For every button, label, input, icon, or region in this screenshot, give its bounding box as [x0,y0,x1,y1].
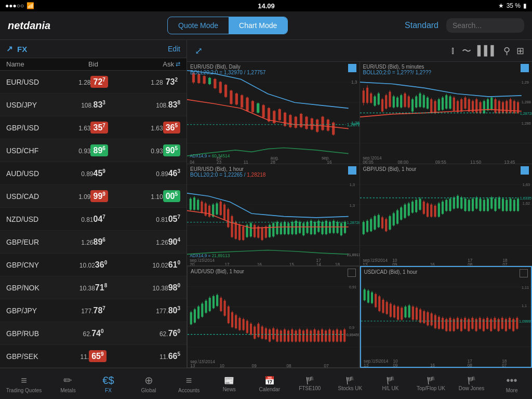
svg-text:1,63: 1,63 [522,182,529,187]
chart-gbpusd-1h[interactable]: GBP/USD (Bid), 1 hour [360,164,533,266]
nav-ftse100[interactable]: 🏴 FTSE100 [291,374,328,394]
header-right: Standard [405,18,524,33]
chart-checkbox-5[interactable] [348,269,356,277]
svg-text:07: 07 [324,363,329,367]
pair-name: GBP/NOK [6,284,64,292]
ask-cell: 0.81 057 [122,214,180,224]
bar-chart-icon[interactable]: ⫿ [451,45,456,56]
fx-title-text: FX [17,45,27,54]
bid-badge: 727 [90,76,108,88]
bid-cell: 10.38 718 [64,283,123,292]
chart-title-4: GBP/USD (Bid), 1 hour [363,166,417,172]
column-headers: Name Bid Ask ⇄ [0,58,187,71]
line-chart-icon[interactable]: 〜 [462,45,471,57]
nav-dow-jones[interactable]: 🏴 Dow Jones [454,374,490,394]
nav-calendar[interactable]: 📅 Calendar [251,373,288,395]
battery-text: 35 % [507,2,521,9]
ask-badge: 365 [163,122,180,134]
fx-edit-button[interactable]: Edit [168,45,180,53]
svg-text:17: 17 [316,257,321,262]
pair-name: EUR/USD [6,78,64,86]
bid-cell: 108. 833 [64,100,123,110]
fx-title: ↗ FX [6,44,27,54]
svg-text:04: 04 [190,159,194,163]
svg-text:1,29: 1,29 [521,80,528,85]
standard-label: Standard [405,21,438,30]
chart-checkbox-3[interactable] [348,166,356,175]
ask-cell: 1.63 365 [122,122,180,134]
pin-icon[interactable]: ⚲ [503,45,510,57]
ask-badge: 005 [163,190,180,202]
table-row: GBP/EUR 1.26 896 1.26 904 [0,231,187,254]
carrier-signal: ●●●○○ [5,2,24,9]
chart-checkbox-1[interactable] [348,64,356,72]
topflop-uk-label: Top/Flop UK [417,385,445,391]
svg-text:1,62: 1,62 [522,201,529,206]
charts-toolbar: ⤢ ⫿ 〜 ▌▌▌ ⚲ ⊞ [187,40,532,62]
ask-cell: 177. 803 [122,305,180,315]
chart-usdcad-1h[interactable]: USD/CAD (Bid), 1 hour [360,266,533,368]
chart-checkbox-6[interactable] [520,269,528,277]
svg-text:0,89459: 0,89459 [347,332,359,337]
pair-name: GBP/EUR [6,238,64,246]
table-row: USD/CAD 1.09 999 1.10 005 [0,185,187,208]
nav-accounts[interactable]: ≡ Accounts [171,372,207,396]
chart-eurusd-daily[interactable]: EUR/USD (Bid), Daily BOLL20;2:0 = 1,3297… [187,62,360,164]
nav-metals[interactable]: ✏ Metals [50,371,86,396]
bid-cell: 11. 659 [64,350,123,362]
svg-text:18: 18 [502,358,507,364]
svg-text:16: 16 [430,363,435,367]
svg-text:1,09999: 1,09999 [518,319,531,324]
svg-text:sep.\15\2014: sep.\15\2014 [364,358,389,364]
svg-text:sep.\2014: sep.\2014 [363,155,382,161]
svg-text:11:50: 11:50 [470,159,481,163]
table-row: USD/CHF 0.93 896 0.93 905 [0,139,187,162]
nav-more[interactable]: ••• More [494,372,530,396]
ask-badge: 905 [163,144,180,156]
ask-cell: 1.26 904 [122,237,180,247]
grid-icon[interactable]: ⊞ [516,45,524,57]
chart-mode-button[interactable]: Chart Mode [229,17,287,34]
svg-text:15: 15 [289,261,294,265]
nav-trading-quotes[interactable]: ≡ Trading Quotes [2,372,46,396]
nav-fx[interactable]: €$ FX [90,372,126,396]
svg-text:17: 17 [225,261,230,265]
table-row: NZD/USD 0.81 047 0.81 057 [0,208,187,231]
nav-news[interactable]: 📰 News [211,373,247,395]
logo-text: netdania [8,20,50,31]
calendar-icon: 📅 [264,376,275,385]
bid-cell: 1.26 896 [64,237,123,247]
svg-text:0,91: 0,91 [349,285,356,289]
hl-uk-icon: 🏴 [386,376,395,384]
col-name: Name [6,60,64,68]
search-input[interactable] [446,18,524,33]
wifi-icon: 📶 [26,2,34,9]
chart-checkbox-4[interactable] [521,166,529,175]
quote-mode-button[interactable]: Quote Mode [168,17,229,34]
nav-topflop-uk[interactable]: 🏴 Top/Flop UK [413,374,449,394]
candlestick-icon[interactable]: ▌▌▌ [477,45,497,56]
more-icon: ••• [507,375,517,387]
chart-checkbox-2[interactable] [521,64,529,72]
nav-global[interactable]: ⊕ Global [130,371,167,396]
ask-cell: 1.28 732 [122,76,180,88]
chart-eurusd-5min[interactable]: EUR/USD (Bid), 5 minutes BOLL20;2:0 = 1,… [360,62,533,164]
nav-stocks-uk[interactable]: 🏴 Stocks UK [332,374,368,394]
table-row: AUD/USD 0.89 459 0.89 463 [0,162,187,185]
news-icon: 📰 [224,376,234,385]
svg-text:1,11: 1,11 [522,285,529,290]
pair-name: USD/CAD [6,192,64,201]
dow-jones-icon: 🏴 [467,376,476,384]
nav-hl-uk[interactable]: 🏴 H/L UK [372,374,408,394]
ftse100-label: FTSE100 [299,385,321,391]
table-row: USD/JPY 108. 833 108. 838 [0,94,187,116]
ask-cell: 0.89 463 [122,168,180,178]
chart-audusd-1h[interactable]: AUD/USD (Bid), 1 hour [187,266,360,368]
ftse100-icon: 🏴 [305,376,314,384]
chart-svg-3: 1,28728 ADX14,9 = 21,89113 21,89113 20 s… [187,164,360,266]
stocks-uk-label: Stocks UK [338,385,363,391]
bid-badge: 999 [90,190,108,202]
chart-eurusd-1h[interactable]: EUR/USD (Bid), 1 hour BOLL20;2:0 = 1,222… [187,164,360,266]
expand-icon[interactable]: ⤢ [195,45,203,57]
trading-quotes-label: Trading Quotes [6,388,42,393]
